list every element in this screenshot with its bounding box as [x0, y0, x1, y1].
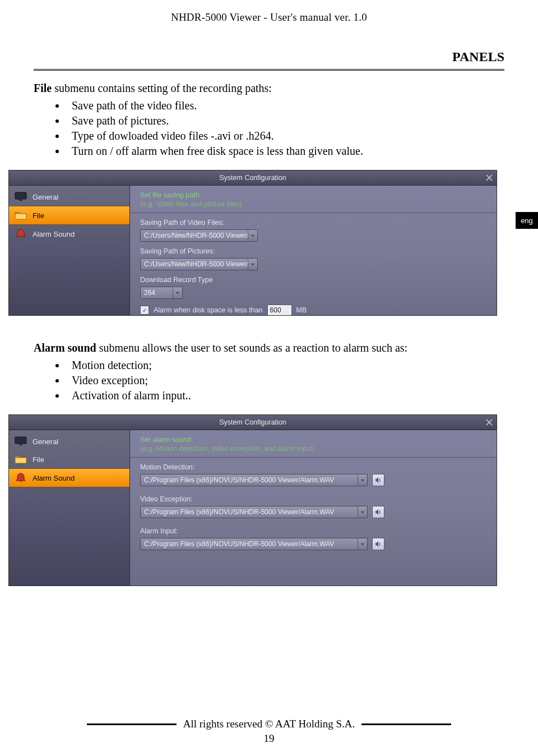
sidebar-item-label: General: [33, 437, 58, 446]
window-titlebar: System Configuration: [9, 170, 497, 186]
file-intro-bold: File: [34, 82, 52, 94]
play-sound-button[interactable]: [372, 474, 384, 486]
alarm-threshold-input[interactable]: [267, 305, 292, 316]
svg-rect-1: [19, 200, 22, 201]
alarm-input-combo[interactable]: C:/Program Files (x86)/NOVUS/NHDR-5000 V…: [140, 538, 368, 550]
sidebar-item-label: Alarm Sound: [33, 474, 75, 482]
play-sound-button[interactable]: [372, 538, 384, 550]
alarm-sound-rest: submenu allows the user to set sounds as…: [96, 342, 407, 354]
sidebar-item-label: File: [33, 211, 44, 220]
svg-rect-4: [19, 444, 22, 445]
alarm-checkbox[interactable]: ✓: [140, 306, 149, 315]
sidebar-item-file[interactable]: File: [9, 450, 129, 468]
bullet-item: Save path of the video files.: [66, 98, 504, 113]
motion-label: Motion Detection:: [140, 463, 486, 471]
file-intro: File submenu contains setting of the rec…: [34, 81, 504, 96]
video-path-combo[interactable]: C:/Users/New/NHDR-5000 Viewer/video: [140, 229, 258, 242]
file-intro-bullets: Save path of the video files. Save path …: [34, 98, 504, 159]
sidebar: General File Alarm Sound: [9, 430, 130, 586]
alarm-unit: MB: [296, 306, 307, 314]
video-path-value: C:/Users/New/NHDR-5000 Viewer/video: [141, 232, 248, 239]
chevron-down-icon: [361, 511, 364, 513]
download-type-combo[interactable]: 264: [140, 287, 183, 299]
separator: [130, 213, 497, 213]
section-title: PANELS: [34, 49, 504, 64]
alarm-sound-bullets: Motion detection; Video exception; Activ…: [34, 358, 504, 403]
bell-icon: [13, 228, 28, 239]
sidebar-item-general[interactable]: General: [9, 432, 129, 450]
footer-text: All rights reserved © AAT Holding S.A.: [183, 718, 355, 730]
folder-icon: [13, 210, 28, 221]
svg-rect-0: [15, 192, 26, 199]
download-type-value: 264: [141, 289, 173, 297]
screenshot-file-settings: System Configuration General File: [8, 170, 497, 316]
video-exception-combo[interactable]: C:/Program Files (x86)/NOVUS/NHDR-5000 V…: [140, 506, 368, 518]
bullet-item: Motion detection;: [66, 358, 504, 373]
main-panel: Set alarm sound (e.g. Motion detection, …: [130, 430, 497, 586]
svg-rect-3: [15, 437, 26, 444]
speaker-icon: [374, 476, 382, 484]
sidebar-item-label: File: [33, 455, 44, 464]
video-exception-label: Video Exception:: [140, 495, 486, 503]
sidebar-item-alarm-sound[interactable]: Alarm Sound: [9, 468, 129, 487]
motion-path-combo[interactable]: C:/Program Files (x86)/NOVUS/NHDR-5000 V…: [140, 474, 368, 486]
monitor-icon: [13, 191, 28, 202]
alarm-input-value: C:/Program Files (x86)/NOVUS/NHDR-5000 V…: [141, 540, 358, 548]
alarm-checkbox-label: Alarm when disk space is less than: [154, 306, 263, 314]
footer-rule-right: [361, 723, 451, 725]
language-tab: eng: [516, 212, 538, 229]
sidebar-item-label: General: [33, 193, 58, 201]
speaker-icon: [374, 508, 382, 516]
window-title: System Configuration: [219, 174, 286, 182]
footer-rule-left: [87, 723, 177, 725]
sidebar: General File Alarm Sound: [9, 186, 130, 316]
dropdown-button[interactable]: [358, 538, 367, 550]
main-panel: Set file saving path (e.g. Video files a…: [130, 186, 497, 316]
svg-point-2: [20, 237, 22, 238]
title-rule: [34, 69, 504, 71]
chevron-down-icon: [361, 543, 364, 545]
dropdown-button[interactable]: [173, 287, 182, 298]
hint-title: Set alarm sound: [140, 436, 486, 444]
dropdown-button[interactable]: [248, 230, 257, 241]
picture-path-combo[interactable]: C:/Users/New/NHDR-5000 Viewer/picture: [140, 258, 258, 270]
chevron-down-icon: [251, 235, 254, 237]
sidebar-item-file[interactable]: File: [9, 206, 129, 225]
doc-header: NHDR-5000 Viewer - User's manual ver. 1.…: [34, 11, 504, 24]
bullet-item: Turn on / off alarm when free disk space…: [66, 144, 504, 159]
monitor-icon: [13, 436, 28, 447]
hint-subtitle: (e.g. Video files and picture files): [140, 200, 486, 208]
bullet-item: Type of dowloaded video files -.avi or .…: [66, 128, 504, 144]
folder-icon: [13, 454, 28, 465]
chevron-down-icon: [176, 292, 179, 294]
sidebar-item-label: Alarm Sound: [33, 230, 75, 238]
picture-path-value: C:/Users/New/NHDR-5000 Viewer/picture: [141, 260, 248, 268]
bullet-item: Save path of pictures.: [66, 113, 504, 128]
page-number: 19: [0, 732, 538, 745]
bullet-item: Video exception;: [66, 373, 504, 388]
dropdown-button[interactable]: [358, 506, 367, 518]
alarm-sound-intro: Alarm sound submenu allows the user to s…: [34, 340, 504, 356]
screenshot-alarm-sound: System Configuration General File: [8, 414, 497, 586]
sidebar-item-general[interactable]: General: [9, 188, 129, 206]
play-sound-button[interactable]: [372, 506, 384, 518]
window-titlebar: System Configuration: [9, 415, 497, 430]
chevron-down-icon: [251, 264, 254, 265]
download-type-label: Download Record Type: [140, 276, 486, 284]
close-icon[interactable]: [482, 170, 497, 185]
alarm-input-label: Alarm Input:: [140, 527, 486, 535]
hint-title: Set file saving path: [140, 191, 486, 199]
close-icon[interactable]: [482, 415, 497, 430]
sidebar-item-alarm-sound[interactable]: Alarm Sound: [9, 225, 129, 243]
chevron-down-icon: [361, 480, 364, 481]
motion-path-value: C:/Program Files (x86)/NOVUS/NHDR-5000 V…: [141, 476, 358, 484]
window-title: System Configuration: [219, 418, 286, 426]
dropdown-button[interactable]: [248, 259, 257, 270]
alarm-sound-bold: Alarm sound: [34, 342, 96, 354]
separator: [130, 457, 497, 458]
picture-path-label: Saving Path of Pictures:: [140, 247, 486, 255]
file-intro-rest: submenu contains setting of the recordin…: [52, 82, 272, 94]
page-footer: All rights reserved © AAT Holding S.A. 1…: [0, 718, 538, 745]
dropdown-button[interactable]: [358, 474, 367, 486]
hint-subtitle: (e.g. Motion detection, video exception,…: [140, 445, 486, 453]
